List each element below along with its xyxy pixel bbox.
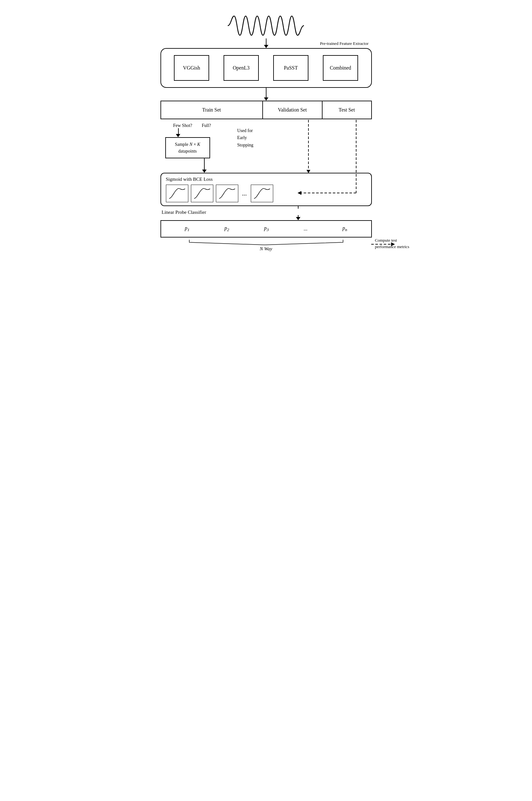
right-column: Used forEarlyStopping (231, 119, 372, 173)
linear-probe-label: Linear Probe Classifier (162, 210, 206, 215)
arrow-fe-to-split (264, 88, 268, 101)
arrow-waveform-to-fe (264, 38, 268, 48)
sigmoid-box: Sigmoid with BCE Loss ... (160, 173, 372, 206)
sigmoid-curves: ... (166, 185, 366, 202)
feature-extractor-wrapper: Pre-trained Feature Extractor VGGish Ope… (160, 48, 372, 88)
arrow-sigmoid-to-pred (225, 206, 372, 209)
fe-item-combined: Combined (323, 55, 358, 81)
waveform-area (160, 13, 372, 38)
sigmoid-title: Sigmoid with BCE Loss (166, 177, 366, 182)
fewshot-label: Few Shot? (173, 123, 192, 128)
sigmoid-item-1 (166, 185, 188, 202)
pred-dots: ... (304, 226, 307, 232)
feature-extractor-label: Pre-trained Feature Extractor (320, 41, 369, 46)
fe-item-passt: PaSST (273, 55, 308, 81)
train-set-label: Train Set (161, 101, 263, 119)
validation-set-label: Validation Set (263, 101, 323, 119)
arrow-fewshot-head (176, 134, 180, 137)
predictions-box: p1 p2 p3 ... pn (160, 220, 372, 237)
lower-area: Few Shot? Full? Sample N × Kdatapoints (160, 119, 372, 252)
main-lower-row: Few Shot? Full? Sample N × Kdatapoints (160, 119, 372, 173)
pred-p2: p2 (225, 225, 229, 232)
left-column: Few Shot? Full? Sample N × Kdatapoints (160, 119, 231, 173)
fewshot-questions: Few Shot? Full? (173, 123, 231, 128)
feature-extractor-box: VGGish OpenL3 PaSST Combined (160, 48, 372, 88)
sigmoid-item-last (251, 185, 273, 202)
pred-pn: pn (342, 225, 347, 232)
used-early-label: Used forEarlyStopping (238, 127, 372, 149)
test-set-label: Test Set (323, 101, 371, 119)
sample-box: Sample N × Kdatapoints (165, 137, 210, 158)
sigmoid-item-3 (216, 185, 238, 202)
fe-item-vggish: VGGish (174, 55, 209, 81)
dataset-split: Train Set Validation Set Test Set (160, 101, 372, 119)
nway-area: N Way (160, 239, 372, 252)
nway-label: N Way (260, 246, 272, 252)
sigmoid-dots: ... (242, 190, 247, 197)
linear-probe-label-area: Linear Probe Classifier (162, 209, 372, 215)
arrow-lp-to-pred (225, 215, 372, 220)
fe-item-openl3: OpenL3 (224, 55, 259, 81)
pred-p3: p3 (264, 225, 269, 232)
waveform-svg (225, 13, 308, 38)
sigmoid-row: Sigmoid with BCE Loss ... (160, 173, 372, 206)
arrow-sample-to-sigmoid (178, 158, 231, 173)
sigmoid-item-2 (191, 185, 213, 202)
diagram-container: Pre-trained Feature Extractor VGGish Ope… (160, 6, 372, 252)
sample-label: Sample N × Kdatapoints (175, 142, 200, 153)
compute-test-label: Compute testperformance metrics (375, 237, 426, 250)
arrow-fewshot-down (178, 128, 179, 134)
full-label: Full? (202, 123, 211, 128)
pred-p1: p1 (185, 225, 190, 232)
nway-brace-svg (186, 239, 346, 245)
